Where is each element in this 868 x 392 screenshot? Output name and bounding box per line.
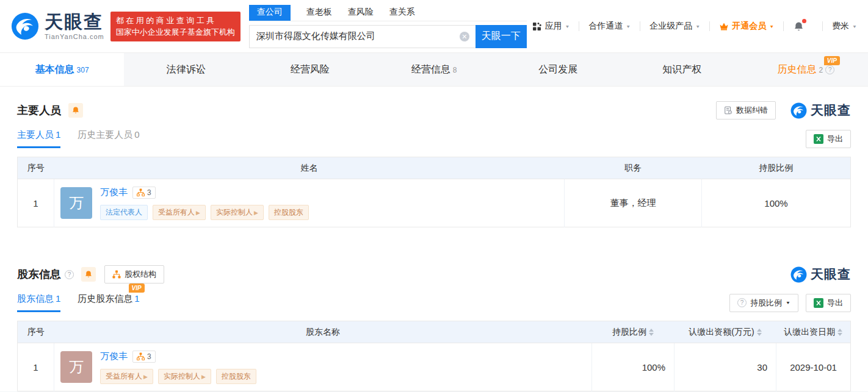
tag-actual-controller[interactable]: 实际控制人▶ [211,205,264,220]
equity-structure-button[interactable]: 股权结构 [104,265,164,283]
subtab-current-staff[interactable]: 主要人员1 [17,129,60,148]
notification-bell-icon[interactable] [793,21,805,32]
subtab-count: 1 [56,293,60,304]
tag-controlling-shareholder[interactable]: 控股股东 [216,369,256,384]
row-ratio: 100% [702,179,851,227]
menu-open-vip[interactable]: 开通会员 ▼ [719,21,774,32]
logo-domain: TianYanCha.com [45,33,104,40]
tag-label: 受益所有人 [158,208,195,216]
menu-divider [709,21,710,31]
tag-label: 控股股东 [222,372,251,380]
tianyancha-swirl-icon [790,266,807,283]
staff-section-title: 主要人员 [17,103,61,118]
menu-partner[interactable]: 合作通道 ▼ [588,21,631,32]
tab-operating-risk[interactable]: 经营风险 [248,53,372,86]
search-tab-risk[interactable]: 查风险 [348,5,374,21]
search-tab-relation[interactable]: 查关系 [389,5,415,21]
subtab-label: 历史股东信息 [78,293,132,304]
top-menu: 应用 ▼ 合作通道 ▼ 企业级产品 ▼ 开通会员 ▼ [532,21,857,32]
staff-export-button[interactable]: 导出 [806,130,851,148]
tab-legal-proceedings-label: 法律诉讼 [167,63,206,76]
tag-beneficial-owner[interactable]: 受益所有人▶ [100,369,153,384]
relation-count: 3 [147,352,151,361]
help-icon: ? [737,298,747,307]
data-correction-label: 数据纠错 [736,105,768,116]
export-label: 导出 [827,134,843,144]
menu-open-vip-label: 开通会员 [732,21,766,32]
tag-controlling-shareholder[interactable]: 控股股东 [269,205,309,220]
tab-intellectual-property[interactable]: 知识产权 [620,53,744,86]
col-index: 序号 [18,321,54,343]
person-name-link[interactable]: 万俊丰 [100,351,128,362]
table-row: 1 万 万俊丰 3 [18,179,851,227]
tag-legal-representative[interactable]: 法定代表人 [100,205,148,220]
row-index: 1 [18,179,54,227]
search-tab-boss[interactable]: 查老板 [306,5,332,21]
username-label: 费米 [832,21,849,32]
subtab-count: 1 [56,129,60,140]
tab-operating-info[interactable]: 经营信息 8 [372,53,496,86]
row-capital: 30 [675,343,776,391]
col-position: 职务 [565,157,702,179]
search-tabs: 查公司 查老板 查风险 查关系 [249,5,527,21]
help-icon[interactable]: ? [825,65,834,74]
subtab-history-staff[interactable]: 历史主要人员0 [78,129,139,148]
tag-arrow-icon: ▶ [143,374,148,380]
menu-apps[interactable]: 应用 ▼ [532,21,570,32]
slogan-line-2: 国家中小企业发展子基金旗下机构 [116,26,235,38]
tag-actual-controller[interactable]: 实际控制人▶ [158,369,211,384]
company-nav-tabs: 基本信息 307 法律诉讼 经营风险 经营信息 8 公司发展 知识产权 VIP … [0,52,868,87]
shareholder-table: 序号 股东名称 持股比例 认缴出资额(万元) 认缴出资日期 1 万 万俊丰 [17,321,851,391]
tab-company-development[interactable]: 公司发展 [496,53,620,86]
tab-count: 307 [77,66,89,74]
chevron-down-icon: ▼ [786,301,790,305]
row-date: 2029-10-01 [776,343,851,391]
shareholder-export-button[interactable]: 导出 [806,294,851,312]
relation-graph-badge[interactable]: 3 [132,187,156,199]
col-ratio-sortable[interactable]: 持股比例 [592,321,675,343]
monitor-bell-icon[interactable] [68,103,83,118]
subtab-count: 1 [134,293,139,304]
clear-input-icon[interactable]: ✕ [460,32,469,41]
chevron-down-icon: ▼ [626,24,631,29]
subtab-current-shareholders[interactable]: 股东信息1 [17,293,60,312]
tab-count: 2 [819,66,823,74]
help-icon[interactable]: ? [65,270,74,279]
tag-label: 实际控制人 [164,372,200,380]
tag-beneficial-owner[interactable]: 受益所有人▶ [153,205,206,220]
subtab-label: 历史主要人员 [78,129,132,140]
search-tab-company[interactable]: 查公司 [249,5,291,21]
col-date-sortable[interactable]: 认缴出资日期 [776,321,851,343]
subtab-history-shareholders[interactable]: VIP 历史股东信息1 [78,293,139,312]
search-submit-button[interactable]: 天眼一下 [476,25,527,48]
tag-label: 实际控制人 [216,208,253,216]
menu-enterprise[interactable]: 企业级产品 ▼ [649,21,700,32]
col-capital-sortable[interactable]: 认缴出资额(万元) [675,321,776,343]
menu-divider [783,21,784,31]
staff-subtabs-row: 主要人员1 历史主要人员0 导出 [17,129,851,148]
user-menu[interactable]: 费米 ▼ [832,21,857,32]
vip-badge: VIP [129,283,145,293]
tab-legal-proceedings[interactable]: 法律诉讼 [124,53,248,86]
ratio-filter-dropdown[interactable]: ? 持股比例 ▼ [729,294,798,312]
tag-arrow-icon: ▶ [201,374,206,380]
logo-title: 天眼查 [45,13,104,31]
col-shareholder-name: 股东名称 [54,321,592,343]
vip-badge: VIP [824,56,840,65]
tab-history-info[interactable]: VIP 历史信息 2 ? [744,53,868,86]
menu-apps-label: 应用 [544,21,562,32]
export-label: 导出 [827,298,843,308]
relation-graph-badge[interactable]: 3 [132,351,156,363]
sort-icon [837,329,842,336]
monitor-bell-icon[interactable] [81,267,96,282]
tab-basic-info[interactable]: 基本信息 307 [0,53,124,86]
person-name-link[interactable]: 万俊丰 [100,187,128,198]
tianyancha-logo[interactable]: 天眼查 TianYanCha.com [11,12,104,40]
data-correction-button[interactable]: 数据纠错 [716,101,776,119]
tag-arrow-icon: ▶ [196,210,200,216]
avatar: 万 [60,187,92,219]
row-position: 董事，经理 [565,179,702,227]
tianyancha-swirl-icon [790,102,807,119]
tianyancha-watermark: 天眼查 [790,102,851,119]
search-input[interactable] [249,25,476,48]
